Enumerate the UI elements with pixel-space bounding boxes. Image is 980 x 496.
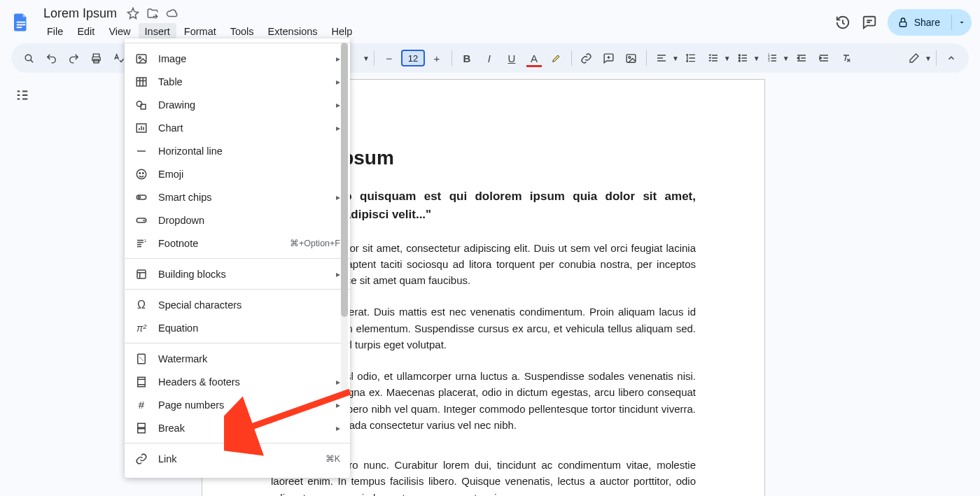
print-button[interactable] (85, 48, 106, 69)
insert-equation-item[interactable]: π² Equation (125, 316, 350, 339)
svg-rect-28 (137, 270, 146, 278)
insert-image-item[interactable]: Image▸ (125, 47, 350, 70)
menu-file[interactable]: File (41, 23, 69, 40)
chevron-right-icon: ▸ (336, 77, 340, 87)
insert-headers-footers-item[interactable]: Headers & footers▸ (125, 370, 350, 393)
comments-icon[interactable] (861, 14, 878, 31)
insert-special-characters-item[interactable]: Ω Special characters (125, 293, 350, 316)
font-size-input[interactable]: 12 (401, 50, 425, 66)
insert-building-blocks-item[interactable]: Building blocks▸ (125, 262, 350, 285)
clear-formatting-button[interactable] (836, 48, 857, 69)
history-icon[interactable] (834, 14, 851, 31)
star-icon[interactable] (127, 7, 139, 20)
table-icon (134, 75, 148, 89)
svg-rect-30 (138, 377, 146, 387)
align-button[interactable] (651, 48, 672, 69)
insert-dropdown-item[interactable]: Dropdown (125, 208, 350, 232)
svg-rect-1 (17, 24, 26, 26)
separator (451, 50, 452, 66)
insert-watermark-item[interactable]: Watermark (125, 347, 350, 370)
watermark-icon (134, 352, 148, 366)
decrease-indent-button[interactable] (791, 48, 812, 69)
menu-edit[interactable]: Edit (71, 23, 101, 40)
dropdown-icon (134, 213, 148, 227)
insert-footnote-item[interactable]: 1 Footnote ⌘+Option+F (125, 232, 350, 255)
insert-horizontal-line-item[interactable]: Horizontal line (125, 139, 350, 162)
footnote-icon: 1 (134, 236, 148, 250)
menu-extensions[interactable]: Extensions (262, 23, 324, 40)
highlight-button[interactable] (546, 48, 567, 69)
share-dropdown-button[interactable] (952, 9, 972, 36)
numbered-list-button[interactable]: 123 (762, 48, 783, 69)
chevron-right-icon: ▸ (336, 400, 340, 410)
insert-link-item[interactable]: Link ⌘K (125, 447, 350, 470)
svg-point-8 (629, 56, 631, 58)
emoji-icon (134, 167, 148, 181)
bold-button[interactable]: B (456, 48, 477, 69)
checklist-button[interactable] (703, 48, 724, 69)
menu-tools[interactable]: Tools (224, 23, 260, 40)
separator (936, 50, 937, 66)
break-icon (134, 421, 148, 435)
collapse-toolbar-button[interactable] (941, 48, 962, 69)
insert-image-button[interactable] (621, 48, 642, 69)
insert-chart-item[interactable]: Chart▸ (125, 116, 350, 139)
chevron-right-icon: ▸ (336, 423, 340, 433)
svg-point-10 (738, 57, 740, 59)
chevron-right-icon: ▸ (336, 192, 340, 202)
svg-rect-7 (627, 54, 636, 62)
text-color-button[interactable]: A (524, 48, 545, 69)
font-size-increase-button[interactable]: + (426, 48, 447, 69)
document-outline-button[interactable] (13, 85, 32, 105)
headers-footers-icon (134, 375, 148, 389)
chevron-right-icon: ▸ (336, 54, 340, 64)
separator (374, 50, 374, 66)
menu-format[interactable]: Format (178, 23, 223, 40)
menu-insert[interactable]: Insert (139, 23, 176, 40)
move-icon[interactable] (146, 7, 159, 20)
insert-table-item[interactable]: Table▸ (125, 70, 350, 93)
redo-button[interactable] (63, 48, 84, 69)
horizontal-line-icon (134, 144, 148, 158)
svg-rect-17 (136, 78, 146, 86)
menu-help[interactable]: Help (326, 23, 359, 40)
insert-link-button[interactable] (576, 48, 597, 69)
undo-button[interactable] (41, 48, 62, 69)
dropdown-scrollbar[interactable] (341, 43, 348, 394)
share-button[interactable]: Share (888, 9, 951, 36)
editing-mode-button[interactable] (904, 48, 925, 69)
docs-logo[interactable] (8, 10, 34, 35)
increase-indent-button[interactable] (813, 48, 834, 69)
chevron-right-icon: ▸ (336, 123, 340, 133)
svg-rect-2 (17, 27, 22, 28)
svg-point-9 (738, 55, 740, 56)
line-spacing-button[interactable] (680, 48, 701, 69)
italic-button[interactable]: I (479, 48, 500, 69)
caret-down-icon (958, 18, 966, 27)
svg-text:1: 1 (144, 238, 147, 242)
chart-icon (134, 121, 148, 135)
font-size-decrease-button[interactable]: − (379, 48, 400, 69)
lock-icon (897, 17, 909, 28)
insert-page-numbers-item[interactable]: # Page numbers▸ (125, 393, 350, 416)
search-menus-button[interactable] (18, 48, 39, 69)
insert-drawing-item[interactable]: Drawing▸ (125, 93, 350, 116)
caret-down-icon: ▼ (363, 55, 370, 62)
svg-rect-15 (136, 55, 146, 63)
svg-point-4 (25, 55, 31, 61)
add-comment-button[interactable] (598, 48, 620, 69)
share-label: Share (914, 17, 940, 28)
document-title[interactable]: Lorem Ipsum (41, 6, 120, 22)
menu-bar: File Edit View Insert Format Tools Exten… (41, 23, 834, 40)
cloud-status-icon[interactable] (166, 7, 178, 20)
insert-smart-chips-item[interactable]: Smart chips▸ (125, 185, 350, 208)
drawing-icon (134, 98, 148, 112)
menu-view[interactable]: View (102, 23, 136, 40)
svg-point-11 (738, 60, 740, 62)
chevron-right-icon: ▸ (336, 377, 340, 387)
insert-emoji-item[interactable]: Emoji (125, 162, 350, 185)
insert-break-item[interactable]: Break▸ (125, 416, 350, 439)
bulleted-list-button[interactable] (732, 48, 753, 69)
underline-button[interactable]: U (501, 48, 522, 69)
svg-rect-31 (138, 423, 146, 427)
